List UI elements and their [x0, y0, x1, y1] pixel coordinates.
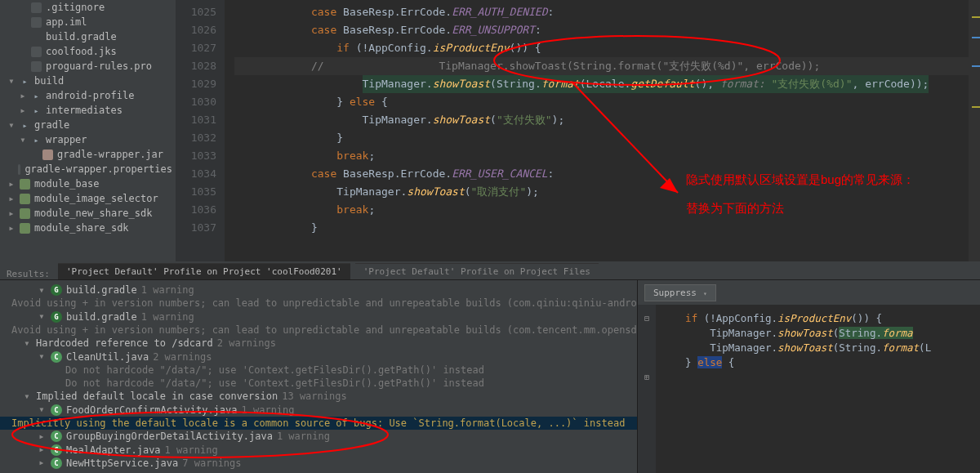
tree-item[interactable]: module_new_share_sdk [0, 206, 176, 221]
inspection-tree[interactable]: Gbuild.gradle 1 warningAvoid using + in … [0, 280, 637, 473]
inspection-item-label: Do not hardcode "/data/"; use 'Context.g… [65, 364, 484, 376]
tree-item[interactable]: ▸wrapper [0, 132, 176, 147]
tree-item-label: module_share_sdk [34, 222, 129, 234]
file-icon [18, 164, 20, 175]
inspection-item[interactable]: Implied default locale in case conversio… [0, 390, 637, 403]
tree-item-label: coolfood.jks [46, 46, 117, 57]
file-type-icon: C [51, 351, 62, 363]
code-line[interactable]: case BaseResp.ErrCode.ERR_UNSUPPORT: [234, 21, 969, 39]
inspection-item-label: Hardcoded reference to /sdcard [36, 337, 213, 349]
code-line[interactable]: if (!AppConfig.isProductEnv()) { [234, 39, 969, 57]
code-line[interactable]: case BaseResp.ErrCode.ERR_USER_CANCEL: [234, 165, 969, 183]
preview-line[interactable]: } else { [661, 355, 980, 370]
code-line[interactable]: case BaseResp.ErrCode.ERR_AUTH_DENIED: [234, 3, 969, 21]
tree-item-label: wrapper [46, 134, 87, 145]
code-line[interactable]: break; [234, 147, 969, 165]
tree-item-label: module_new_share_sdk [34, 207, 153, 219]
tree-item-label: build [34, 75, 64, 87]
inspection-item[interactable]: CMealAdapter.java 1 warning [0, 443, 637, 456]
tree-item-label: module_base [34, 178, 99, 190]
inspection-item-label: CleanUtil.java [66, 351, 149, 363]
warning-count: 1 warning [242, 404, 295, 416]
inspection-item[interactable]: Gbuild.gradle 1 warning [0, 283, 637, 297]
inspection-item[interactable]: CGroupBuyingOrderDetailActivity.java 1 w… [0, 430, 637, 443]
inspection-item[interactable]: CCleanUtil.java 2 warnings [0, 350, 637, 363]
inspection-item-label: FoodOrderConfirmActivity.java [66, 404, 238, 416]
code-line[interactable]: // TipManager.showToast(String.format("支… [234, 57, 969, 75]
inspection-item-label: build.gradle [66, 311, 137, 323]
editor-error-stripe[interactable] [969, 0, 980, 261]
tree-item[interactable]: proguard-rules.pro [0, 59, 176, 74]
tree-item[interactable]: ▸android-profile [0, 88, 176, 103]
inspection-item-selected[interactable]: Implicitly using the default locale is a… [0, 417, 637, 430]
inspection-item[interactable]: Hardcoded reference to /sdcard 2 warning… [0, 337, 637, 350]
preview-gutter: ⊟ ⊞ [638, 305, 656, 473]
results-label: Results: [7, 269, 53, 279]
tree-item-label: gradle-wrapper.jar [57, 149, 163, 160]
tree-item[interactable]: ▸intermediates [0, 103, 176, 118]
jar-icon [42, 149, 53, 160]
code-line[interactable]: break; [234, 201, 969, 219]
tree-item-label: .gitignore [46, 2, 105, 13]
tree-item-label: module_image_selector [34, 193, 158, 204]
tree-item[interactable]: build.gradle [0, 29, 176, 44]
inspection-item[interactable]: Avoid using + in version numbers; can le… [0, 324, 637, 337]
file-type-icon: G [51, 284, 62, 296]
inspection-item-label: MealAdapter.java [66, 444, 161, 456]
preview-line[interactable]: TipManager.showToast(String.format(L [661, 341, 980, 355]
file-type-icon: C [51, 457, 62, 469]
folder-icon: ▸ [31, 135, 42, 145]
tree-item[interactable]: gradle-wrapper.jar [0, 147, 176, 162]
tree-item[interactable]: module_share_sdk [0, 221, 176, 235]
pkg-icon [20, 179, 30, 190]
preview-line[interactable]: TipManager.showToast(String.forma [661, 326, 980, 341]
results-tab-project-files[interactable]: 'Project Default' Profile on Project Fil… [355, 263, 599, 279]
code-line[interactable]: TipManager.showToast(String.format(Local… [234, 75, 969, 93]
inspection-item[interactable]: Do not hardcode "/data/"; use 'Context.g… [0, 364, 637, 377]
tree-item-label: gradle [34, 119, 69, 131]
code-line[interactable]: TipManager.showToast("取消支付"); [234, 183, 969, 201]
suppress-button[interactable]: Suppress [644, 284, 716, 301]
code-line[interactable]: } [234, 219, 969, 237]
inspection-item-label: Implicitly using the default locale is a… [11, 417, 637, 429]
file-icon [31, 61, 42, 72]
tree-item[interactable]: .gitignore [0, 0, 176, 15]
code-line[interactable]: } [234, 129, 969, 147]
tree-item[interactable]: module_base [0, 176, 176, 191]
inspection-item[interactable]: Avoid using + in version numbers; can le… [0, 297, 637, 310]
project-tree[interactable]: .gitignoreapp.imlbuild.gradlecoolfood.jk… [0, 0, 176, 261]
warning-count: 1 warning [165, 444, 218, 456]
inspection-results-tabs: Results: 'Project Default' Profile on Pr… [0, 261, 980, 279]
tree-item[interactable]: coolfood.jks [0, 44, 176, 59]
inspection-item[interactable]: CFoodOrderConfirmActivity.java 1 warning [0, 404, 637, 417]
tree-item-label: build.gradle [46, 31, 117, 42]
preview-code-area[interactable]: if (!AppConfig.isProductEnv()) { TipMana… [656, 305, 980, 473]
tree-item-label: gradle-wrapper.properties [24, 163, 172, 175]
inspection-item[interactable]: CNewHttpService.java 7 warnings [0, 457, 637, 470]
inspection-item-label: build.gradle [66, 284, 137, 296]
tree-item-label: intermediates [46, 105, 122, 116]
inspection-item-label: Avoid using + in version numbers; can le… [11, 297, 637, 309]
preview-line[interactable]: if (!AppConfig.isProductEnv()) { [661, 311, 980, 326]
tree-item[interactable]: module_image_selector [0, 191, 176, 206]
folder-icon: ▸ [20, 120, 30, 131]
inspection-item[interactable]: Gbuild.gradle 1 warning [0, 310, 637, 324]
file-type-icon: C [51, 444, 62, 456]
editor-gutter: 1025102610271028102910301031103210331034… [176, 0, 225, 261]
tree-item[interactable]: ▸gradle [0, 118, 176, 132]
code-line[interactable]: TipManager.showToast("支付失败"); [234, 111, 969, 129]
pkg-icon [20, 208, 30, 219]
tree-item[interactable]: gradle-wrapper.properties [0, 162, 176, 176]
tree-item-label: android-profile [46, 90, 134, 101]
warning-count: 1 warning [141, 311, 194, 323]
file-type-icon: C [51, 431, 62, 442]
results-tab-current-project[interactable]: 'Project Default' Profile on Project 'co… [58, 263, 350, 279]
tree-item[interactable]: app.iml [0, 15, 176, 29]
code-line[interactable]: } else { [234, 93, 969, 111]
inspection-item[interactable]: Do not hardcode "/data/"; use 'Context.g… [0, 377, 637, 390]
file-type-icon: G [51, 311, 62, 323]
warning-count: 1 warning [277, 431, 330, 442]
tree-item[interactable]: ▸build [0, 74, 176, 88]
editor-code-area[interactable]: case BaseResp.ErrCode.ERR_AUTH_DENIED: c… [225, 0, 969, 261]
code-editor[interactable]: 1025102610271028102910301031103210331034… [176, 0, 980, 261]
